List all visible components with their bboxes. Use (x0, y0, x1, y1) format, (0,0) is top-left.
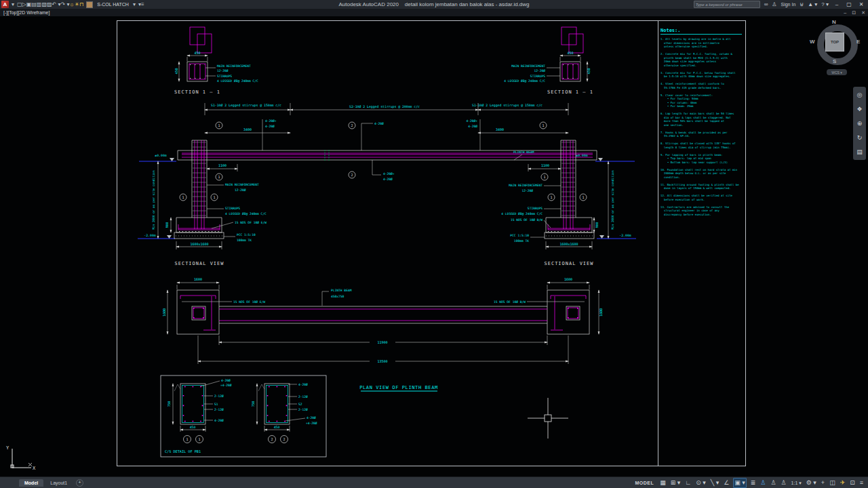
model-space-button[interactable]: MODEL (633, 480, 656, 486)
redo-icon[interactable]: ↷ ▾ (61, 1, 70, 7)
isometric-drafting-icon[interactable]: ╲ ▾ (710, 479, 719, 487)
label-bars-top-mid: 4-20Ø (374, 122, 384, 125)
viewcube-north[interactable]: N (832, 19, 836, 25)
navigation-bar: ◎❖⊕↻▤ (853, 87, 866, 160)
sheet-border (117, 21, 746, 466)
section-title: SECTION 1 – 1 (547, 89, 593, 95)
annotation-visibility-icon[interactable]: ♙ (760, 479, 766, 487)
save-as-icon[interactable]: ▤ (31, 1, 37, 7)
viewport-controls[interactable]: [-][Top][2D Wireframe] (0, 10, 50, 15)
search-input[interactable] (694, 1, 760, 8)
dim-13500: 13500 (377, 359, 387, 363)
autocad-logo[interactable]: A (1, 1, 9, 8)
ucs-icon: Y X (6, 445, 36, 471)
navigation-wheel-icon[interactable]: ◎ (857, 92, 863, 98)
svg-text:1: 1 (543, 175, 545, 179)
annotation-monitor-icon[interactable]: + (821, 479, 825, 487)
export-icon[interactable]: ▧ (41, 1, 47, 7)
dim-1600sq-right: 1600x1600 (559, 242, 578, 246)
new-layout-button[interactable]: + (76, 479, 83, 487)
label-mesh-plan-left: 15 NOS OF 10Ø E/W (233, 300, 265, 304)
label-level-2-right: -2.00m (619, 234, 631, 237)
column-left (192, 140, 207, 229)
cs-section-s2 (258, 384, 290, 424)
label-stirrups-elev-right: STIRRUPS (528, 207, 542, 210)
layer-dropdown-icon[interactable]: ▾ (133, 1, 136, 8)
label-mesh-plan-right: 15 NOS OF 10Ø B/W (494, 300, 526, 304)
label-main-reinf-elev-right: MAIN REINFORCEMENT (509, 184, 542, 187)
label-min-depth-right: Min 2000 or as per site condition (611, 170, 614, 230)
pan-icon[interactable]: ❖ (856, 106, 862, 113)
dim-450: 450 (194, 51, 200, 55)
isolate-objects-icon[interactable]: ◫ (829, 479, 836, 487)
help-icon[interactable]: ? ▾ (821, 1, 829, 7)
new-file-icon[interactable]: ▢ (17, 1, 22, 7)
app-store-icon[interactable]: ⊎ (800, 1, 804, 7)
close-button[interactable]: ✕ (857, 1, 865, 7)
label-s2-mid-2: 2-12Ø (298, 408, 308, 411)
status-icons: ▦⊞ ▾∟⊙ ▾╲ ▾∠▣ ▾≣♙♙♙1:1 ▾⚙ ▾+◫✈⊡≡ (659, 478, 864, 488)
polar-tracking-icon[interactable]: ⊙ ▾ (695, 479, 707, 487)
column-right (561, 140, 576, 229)
drawing-minimize-button[interactable]: – (844, 10, 846, 16)
ortho-mode-icon[interactable]: ∟ (684, 479, 692, 487)
drawing-close-button[interactable]: ✕ (861, 10, 865, 16)
graphics-performance-icon[interactable]: ✈ (840, 479, 846, 487)
label-min-depth-left: Min 2000 or as per site condition (152, 170, 155, 230)
dim-1600sq-left: 1600x1600 (190, 242, 208, 246)
print-icon[interactable]: ▨ (47, 1, 52, 7)
scale-value[interactable]: 1:1 ▾ (791, 479, 802, 487)
quick-access-toolbar: A ▾ ▢▷▣▤▥▧▨↶ ▾↷ ▾☼☀⊓ S-COL HATCH ▾ ▾≡ (0, 1, 144, 8)
viewcube-south[interactable]: S (833, 58, 836, 64)
label-s2-bot-2: +4-20Ø (306, 422, 317, 425)
drawing-restore-button[interactable]: ⊡ (852, 10, 856, 16)
ground-level-left: ±0.00m (139, 154, 176, 161)
tab-layout1[interactable]: Layout1 (45, 479, 73, 487)
zoom-icon[interactable]: ⊕ (857, 120, 863, 127)
tab-model[interactable]: Model (19, 479, 43, 487)
wcs-dropdown[interactable]: WCS ▾ (827, 69, 847, 75)
show-motion-icon[interactable]: ▤ (856, 148, 863, 155)
undo-icon[interactable]: ↶ ▾ (52, 1, 61, 7)
annotation-autoscale-icon[interactable]: ♙ (770, 479, 776, 487)
grid-icon[interactable]: ▦ (659, 479, 667, 487)
dim-750-s1: 750 (167, 401, 171, 407)
qat-customize-icon[interactable]: ▾≡ (138, 1, 144, 8)
object-snap-tracking-icon[interactable]: ∠ (723, 479, 730, 487)
logo-dropdown-icon[interactable]: ▾ (12, 1, 14, 8)
label-pcc-right: PCC 1:5:10 (510, 234, 529, 237)
maximize-button[interactable]: ▢ (845, 1, 853, 7)
object-snap-icon[interactable]: ▣ ▾ (733, 478, 747, 488)
label-pcc-tk-left: 100mm TK (237, 239, 252, 242)
viewcube-east[interactable]: E (856, 39, 860, 45)
dim-11900: 11900 (377, 340, 387, 344)
customize-icon[interactable]: ≡ (859, 479, 864, 487)
viewcube-west[interactable]: W (810, 39, 815, 45)
clean-screen-icon[interactable]: ⊡ (849, 479, 856, 487)
user-icon[interactable]: ♙ (772, 1, 776, 7)
annotation-scale-icon[interactable]: ♙ (780, 479, 787, 487)
label-beam-size: 450x750 (331, 295, 344, 298)
unlock-icon[interactable]: ⊓ (79, 1, 83, 7)
orbit-icon[interactable]: ↻ (857, 134, 863, 141)
dim-1600-plan-tr: 1600 (564, 277, 572, 281)
sun-icon[interactable]: ☀ (75, 1, 79, 7)
sign-in-button[interactable]: Sign In (781, 2, 796, 7)
viewcube[interactable]: TOP N S W E WCS ▾ (813, 20, 862, 81)
viewcube-top-face[interactable]: TOP (825, 33, 844, 52)
workspace-switching-icon[interactable]: ⚙ ▾ (806, 479, 817, 487)
note-line: done in layers of 150mm & well compacted… (660, 186, 742, 190)
cs-section-s1 (174, 384, 205, 424)
lightbulb-icon[interactable]: ☼ (69, 1, 74, 7)
lineweight-icon[interactable]: ≣ (750, 479, 757, 487)
snap-mode-icon[interactable]: ⊞ ▾ (670, 479, 682, 487)
search-icon[interactable]: ∞ (764, 1, 768, 7)
qat-icons: ▢▷▣▤▥▧▨↶ ▾↷ ▾☼☀⊓ (17, 1, 83, 8)
status-toggles: MODEL ▦⊞ ▾∟⊙ ▾╲ ▾∠▣ ▾≣♙♙♙1:1 ▾⚙ ▾+◫✈⊡≡ (633, 478, 868, 488)
layer-selector[interactable]: S-COL HATCH (96, 2, 130, 7)
minimize-button[interactable]: – (833, 1, 841, 7)
dim-1100-left: 1100 (218, 163, 226, 167)
dim-450-s2: 450 (274, 426, 280, 429)
autodesk-app-icon[interactable]: ▲ ▾ (808, 1, 817, 7)
dim-450-s1: 450 (190, 426, 196, 429)
